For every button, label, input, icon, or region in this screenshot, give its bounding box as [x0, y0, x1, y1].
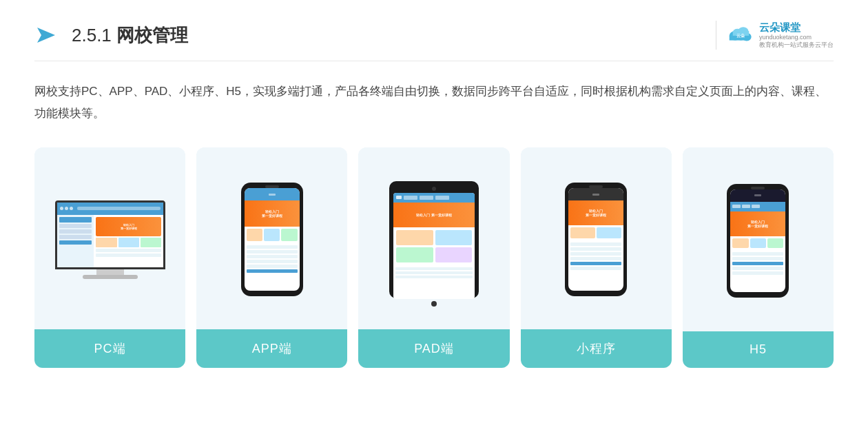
card-miniapp: 轻松入门第一堂好课程 [521, 147, 672, 368]
svg-marker-0 [37, 28, 55, 43]
svg-text:云朵: 云朵 [736, 33, 745, 38]
card-h5-image: 轻松入门第一堂好课程 [683, 147, 834, 331]
brand-logo: 云朵 云朵课堂 yunduoketang.com 教育机构一站式服务云平台 [716, 21, 834, 50]
card-pad: 轻松入门 第一堂好课程 [358, 147, 509, 368]
page-wrapper: 2.5.1 网校管理 云朵 云朵课堂 yunduoketang.com 教育机构… [0, 0, 868, 434]
phone-device-h5: 轻松入门第一堂好课程 [727, 184, 789, 298]
header-left: 2.5.1 网校管理 [34, 22, 188, 48]
page-title: 2.5.1 网校管理 [72, 23, 188, 48]
card-app: 轻松入门第一堂好课程 [196, 147, 347, 368]
card-pad-label: PAD端 [358, 329, 509, 368]
card-pc: 轻松入门第一堂好课程 [34, 147, 185, 368]
cloud-logo-icon: 云朵 [725, 21, 754, 50]
logo-arrow-icon [34, 22, 61, 48]
card-h5: 轻松入门第一堂好课程 [683, 147, 834, 368]
page-header: 2.5.1 网校管理 云朵 云朵课堂 yunduoketang.com 教育机构… [34, 21, 834, 61]
card-app-label: APP端 [196, 329, 347, 368]
card-pc-label: PC端 [34, 329, 185, 368]
pc-device: 轻松入门第一堂好课程 [48, 200, 172, 279]
card-miniapp-image: 轻松入门第一堂好课程 [521, 147, 672, 329]
pad-device: 轻松入门 第一堂好课程 [389, 181, 479, 298]
card-h5-label: H5 [683, 331, 834, 368]
card-app-image: 轻松入门第一堂好课程 [196, 147, 347, 329]
card-pc-image: 轻松入门第一堂好课程 [34, 147, 185, 329]
card-pad-image: 轻松入门 第一堂好课程 [358, 147, 509, 329]
brand-name-en: yunduoketang.com [759, 34, 834, 41]
phone-device-miniapp: 轻松入门第一堂好课程 [565, 183, 627, 296]
brand-text: 云朵课堂 yunduoketang.com 教育机构一站式服务云平台 [759, 21, 834, 49]
phone-device: 轻松入门第一堂好课程 [241, 183, 303, 296]
brand-name-cn: 云朵课堂 [759, 21, 834, 34]
cards-container: 轻松入门第一堂好课程 [34, 147, 834, 368]
brand-slogan: 教育机构一站式服务云平台 [759, 41, 834, 49]
description-text: 网校支持PC、APP、PAD、小程序、H5，实现多端打通，产品各终端自由切换，数… [34, 81, 834, 125]
card-miniapp-label: 小程序 [521, 329, 672, 368]
